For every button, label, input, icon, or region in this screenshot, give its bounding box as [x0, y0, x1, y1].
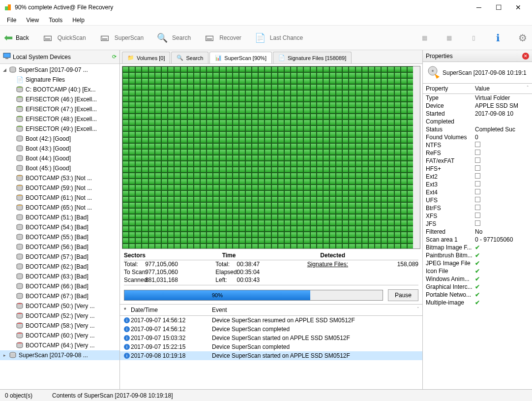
tree-item[interactable]: BOOTCAMP (62:) [Bad] — [0, 262, 119, 272]
tree-item[interactable]: BOOTCAMP (64:) [Very ... — [0, 340, 119, 350]
tree-item[interactable]: BOOTCAMP (57:) [Bad] — [0, 252, 119, 262]
gear-icon[interactable]: ⚙ — [517, 32, 528, 43]
log-row[interactable]: i2017-09-07 14:56:12Device SuperScan com… — [120, 325, 422, 334]
chevron-up-icon[interactable]: ˄ — [417, 307, 419, 311]
tree-item[interactable]: BOOTCAMP (51:) [Bad] — [0, 213, 119, 222]
tree-item[interactable]: BOOTCAMP (67:) [Bad] — [0, 291, 119, 301]
svg-rect-1 — [8, 4, 11, 10]
log-col-date[interactable]: Date/Time — [131, 307, 212, 313]
log-row[interactable]: i2017-09-07 15:22:15Device SuperScan com… — [120, 342, 422, 351]
tree-item[interactable]: BOOTCAMP (53:) [Not ... — [0, 173, 119, 183]
checkbox-icon[interactable] — [475, 142, 480, 147]
recover-button[interactable]: 🖴Recover — [203, 31, 241, 45]
close-properties-icon[interactable]: ✕ — [522, 53, 529, 60]
checkbox-icon[interactable] — [475, 157, 480, 163]
tree-item[interactable]: BOOTCAMP (50:) [Very ... — [0, 301, 119, 311]
log-col-event[interactable]: Event — [212, 307, 418, 313]
log-row[interactable]: i2017-09-08 10:19:18Device SuperScan sta… — [120, 351, 422, 360]
tree-item[interactable]: BOOTCAMP (66:) [Bad] — [0, 281, 119, 291]
menu-help[interactable]: Help — [68, 16, 89, 25]
tree-item[interactable]: EFISECTOR (48:) [Excell... — [0, 114, 119, 124]
tree-item[interactable]: Boot (43:) [Good] — [0, 144, 119, 154]
superscan-button[interactable]: 🖴SuperScan — [98, 31, 144, 45]
maximize-button[interactable]: ☐ — [489, 0, 508, 14]
checkbox-icon[interactable] — [475, 181, 480, 186]
close-button[interactable]: ✕ — [508, 0, 528, 14]
refresh-icon[interactable]: ⟳ — [112, 54, 117, 60]
pause-button[interactable]: Pause — [388, 289, 418, 301]
tree-item[interactable]: Boot (44:) [Good] — [0, 154, 119, 163]
tree-sigfiles[interactable]: 📄Signature Files — [0, 75, 119, 85]
tree-item[interactable]: BOOTCAMP (55:) [Bad] — [0, 232, 119, 242]
tree-item[interactable]: BOOTCAMP (63:) [Bad] — [0, 272, 119, 281]
property-row: Ext4 — [423, 188, 532, 196]
window-title: 90% complete Active@ File Recovery — [15, 4, 469, 11]
checkbox-icon[interactable] — [475, 173, 480, 179]
log-col-star[interactable]: * — [124, 307, 131, 313]
small-btn-3[interactable]: ▯ — [468, 32, 479, 43]
checkbox-icon[interactable] — [475, 165, 480, 171]
tree-item[interactable]: BOOTCAMP (60:) [Very ... — [0, 331, 119, 340]
checkbox-icon[interactable] — [475, 150, 480, 155]
tab-volumes[interactable]: 📁Volumes [0] — [122, 52, 170, 63]
tree-item[interactable]: BOOTCAMP (52:) [Very ... — [0, 311, 119, 321]
log-row[interactable]: i2017-09-07 14:56:12Device SuperScan res… — [120, 316, 422, 325]
scan-grid-scrollbar[interactable] — [413, 66, 420, 248]
checkbox-icon[interactable] — [475, 213, 480, 218]
tree-item[interactable]: BOOTCAMP (58:) [Very ... — [0, 321, 119, 331]
check-icon: ✔ — [475, 291, 480, 298]
menu-view[interactable]: View — [22, 16, 43, 25]
tree-item[interactable]: EFISECTOR (47:) [Excell... — [0, 104, 119, 114]
checkbox-icon[interactable] — [475, 220, 480, 226]
tree-item[interactable]: Boot (45:) [Good] — [0, 163, 119, 173]
info-icon[interactable]: ℹ — [493, 32, 503, 43]
tab-search[interactable]: 🔍Search — [171, 52, 208, 63]
tree-superscan-root[interactable]: ◢SuperScan [2017-09-07 ... — [0, 65, 119, 75]
tree-item[interactable]: BOOTCAMP (59:) [Not ... — [0, 183, 119, 193]
property-row: Started2017-09-08 10 — [423, 110, 532, 118]
disk-icon — [426, 65, 440, 80]
info-icon: i — [124, 335, 130, 341]
props-col-val[interactable]: Value — [475, 85, 527, 92]
checkbox-icon[interactable] — [475, 189, 480, 194]
tab-sigfiles[interactable]: 📄Signature Files [158089] — [273, 52, 352, 63]
quickscan-button[interactable]: 🖴QuickScan — [41, 31, 86, 45]
tree-superscan-selected[interactable]: ▸SuperScan [2017-09-08 ... — [0, 350, 119, 360]
tree-item[interactable]: BOOTCAMP (54:) [Bad] — [0, 222, 119, 232]
menu-tools[interactable]: Tools — [45, 16, 66, 25]
property-row: ReFS — [423, 149, 532, 157]
property-row: Ext2 — [423, 173, 532, 181]
device-tree[interactable]: ◢SuperScan [2017-09-07 ...📄Signature Fil… — [0, 64, 119, 389]
arrow-left-icon: ⬅ — [4, 31, 13, 44]
menu-file[interactable]: File — [3, 16, 20, 25]
sigfiles-link[interactable]: Signature Files: — [307, 261, 348, 268]
props-col-key[interactable]: Property — [426, 85, 475, 92]
checkbox-icon[interactable] — [475, 205, 480, 210]
search-icon: 🔍 — [155, 31, 169, 45]
property-row: Windows Anim...✔ — [423, 275, 532, 283]
chevron-up-icon[interactable]: ˄ — [527, 85, 529, 92]
lastchance-button[interactable]: 📄Last Chance — [253, 31, 303, 45]
tree-item[interactable]: EFISECTOR (46:) [Excell... — [0, 94, 119, 104]
tree-item[interactable]: BOOTCAMP (65:) [Not ... — [0, 203, 119, 213]
tree-item[interactable]: Boot (42:) [Good] — [0, 134, 119, 144]
small-btn-1[interactable]: ▦ — [419, 32, 430, 43]
property-row: TypeVirtual Folder — [423, 94, 532, 102]
checkbox-icon[interactable] — [475, 197, 480, 202]
log-row[interactable]: i2017-09-07 15:03:32Device SuperScan sta… — [120, 334, 422, 342]
device-tree-header: Local System Devices ⟳ — [0, 50, 119, 64]
event-log: * Date/Time Event ˄ i2017-09-07 14:56:12… — [120, 304, 422, 389]
status-bar: 0 object(s) Contents of SuperScan [2017-… — [0, 389, 532, 401]
back-button[interactable]: ⬅ Back — [4, 31, 29, 44]
tree-item[interactable]: C: BOOTCAMP (40:) [Ex... — [0, 85, 119, 94]
tab-superscan[interactable]: 📊SuperScan [90%] — [209, 52, 272, 63]
tree-item[interactable]: EFISECTOR (49:) [Excell... — [0, 124, 119, 134]
tree-item[interactable]: BOOTCAMP (61:) [Not ... — [0, 193, 119, 203]
property-row: Portable Netwo...✔ — [423, 291, 532, 299]
center-tabs: 📁Volumes [0] 🔍Search 📊SuperScan [90%] 📄S… — [120, 50, 422, 64]
small-btn-2[interactable]: ▦ — [443, 32, 454, 43]
search-button[interactable]: 🔍Search — [155, 31, 191, 45]
minimize-button[interactable]: ─ — [469, 0, 489, 14]
tree-item[interactable]: BOOTCAMP (56:) [Bad] — [0, 242, 119, 252]
property-row: Graphical Interc...✔ — [423, 283, 532, 291]
